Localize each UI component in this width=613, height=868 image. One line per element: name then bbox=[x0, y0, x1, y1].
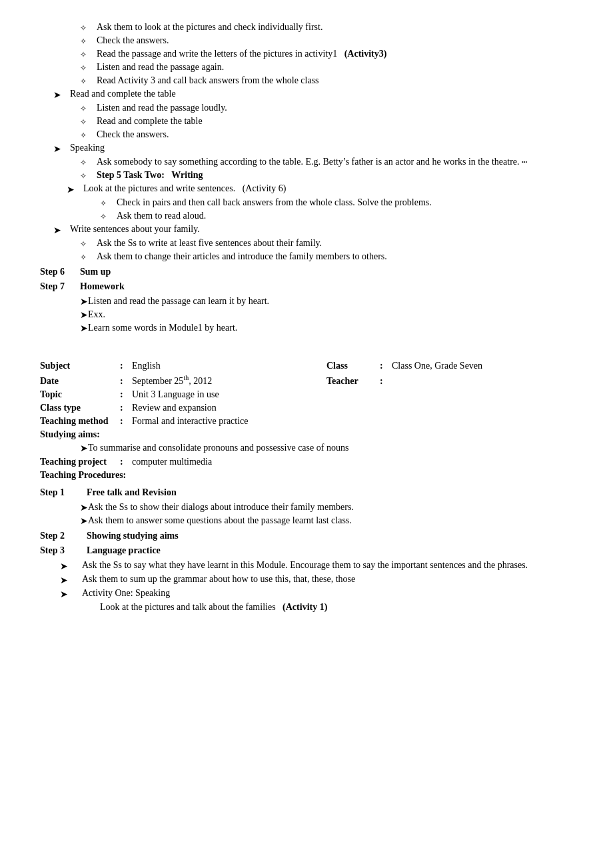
class-value: Class One, Grade Seven bbox=[386, 361, 573, 371]
teacher-label: Teacher bbox=[326, 376, 380, 387]
bullet-text: Read and complete the table bbox=[97, 116, 203, 127]
procedures-label: Teaching Procedures bbox=[40, 470, 123, 481]
diamond-icon: ✧ bbox=[100, 212, 113, 222]
diamond-icon: ✧ bbox=[100, 199, 113, 209]
step3-title: Language practice bbox=[87, 545, 161, 556]
list-item: ✧ Ask somebody to say something accordin… bbox=[40, 157, 573, 168]
list-item: ➤ Learn some words in Module1 by heart. bbox=[40, 323, 573, 334]
diamond-icon: ✧ bbox=[80, 63, 93, 73]
step3-label: Step 3 bbox=[40, 545, 80, 556]
bullet-text: Ask the Ss to write at least five senten… bbox=[97, 238, 322, 249]
step1-title: Free talk and Revision bbox=[87, 487, 177, 498]
list-item: ✧ Listen and read the passage loudly. bbox=[40, 103, 573, 114]
arrow-icon: ➤ bbox=[67, 184, 80, 195]
diamond-icon: ✧ bbox=[80, 23, 93, 33]
list-item: ✧ Check in pairs and then call back answ… bbox=[40, 197, 573, 209]
bullet-text: Read Activity 3 and call back answers fr… bbox=[97, 75, 319, 86]
step6-label: Step 6 bbox=[40, 267, 80, 277]
list-item: ➤ Read and complete the table bbox=[40, 89, 573, 101]
arrow-icon: ➤ bbox=[80, 296, 88, 307]
bullet-text: Read the passage and write the letters o… bbox=[97, 49, 386, 59]
studying-aims-label: Studying aims bbox=[40, 429, 97, 440]
list-item: ✧ Listen and read the passage again. bbox=[40, 62, 573, 73]
classtype-row: Class type : Review and expansion bbox=[40, 403, 573, 413]
arrow-icon: ➤ bbox=[53, 225, 67, 236]
classtype-label: Class type bbox=[40, 403, 120, 413]
list-item: ✧ Ask them to read aloud. bbox=[40, 211, 573, 222]
step2-line: Step 2 Showing studying aims bbox=[40, 531, 573, 541]
arrow-icon: ➤ bbox=[60, 561, 73, 572]
class-label: Class bbox=[326, 361, 380, 371]
method-row: Teaching method : Formal and interactive… bbox=[40, 416, 573, 427]
bullet-text: Exx. bbox=[88, 309, 105, 320]
list-item: ✧ Read and complete the table bbox=[40, 116, 573, 127]
project-label: Teaching project bbox=[40, 457, 120, 467]
bullet-text: Check in pairs and then call back answer… bbox=[117, 197, 432, 208]
activity-one-sub: Look at the pictures and talk about the … bbox=[40, 602, 573, 613]
arrow-icon: ➤ bbox=[80, 323, 88, 334]
step7-label: Step 7 bbox=[40, 281, 80, 292]
classtype-value: Review and expansion bbox=[127, 403, 573, 413]
arrow-icon: ➤ bbox=[80, 443, 88, 454]
project-value: computer multimedia bbox=[127, 457, 573, 467]
studying-aim-text: To summarise and consolidate pronouns an… bbox=[88, 443, 348, 453]
list-item: ➤ Ask the Ss to show their dialogs about… bbox=[40, 502, 573, 513]
list-item: ➤ Exx. bbox=[40, 309, 573, 321]
subject-value: English bbox=[127, 361, 313, 371]
diamond-icon: ✧ bbox=[80, 50, 93, 60]
arrow-icon: ➤ bbox=[80, 515, 88, 527]
bullet-text: Step 5 Task Two: Writing bbox=[97, 170, 203, 181]
bullet-text: Check the answers. bbox=[97, 35, 169, 46]
list-item: ✧ Read the passage and write the letters… bbox=[40, 49, 573, 60]
step7-line: Step 7 Homework bbox=[40, 281, 573, 292]
arrow-icon: ➤ bbox=[80, 309, 88, 321]
lesson2-header: Subject : English Class : Class One, Gra… bbox=[40, 361, 573, 481]
date-value: September 25th, 2012 bbox=[127, 374, 313, 387]
arrow-icon: ➤ bbox=[60, 575, 73, 586]
list-item: ✧ Check the answers. bbox=[40, 35, 573, 47]
arrow-icon: ➤ bbox=[53, 143, 67, 155]
diamond-icon: ✧ bbox=[80, 117, 93, 127]
date-label: Date bbox=[40, 376, 120, 387]
step7-title: Homework bbox=[80, 281, 125, 292]
list-item: ➤ Look at the pictures and write sentenc… bbox=[40, 183, 573, 195]
bullet-text: Ask them to answer some questions about … bbox=[88, 515, 352, 526]
bullet-text: Ask the Ss to say what they have learnt … bbox=[77, 560, 528, 571]
diamond-icon: ✧ bbox=[80, 37, 93, 47]
diamond-icon: ✧ bbox=[80, 253, 93, 263]
list-item: ✧ Ask the Ss to write at least five sent… bbox=[40, 238, 573, 249]
method-label: Teaching method bbox=[40, 416, 120, 427]
list-item: ➤ Activity One: Speaking bbox=[40, 588, 573, 600]
bullet-text: Learn some words in Module1 by heart. bbox=[88, 323, 237, 333]
bullet-text: Ask them to read aloud. bbox=[117, 211, 206, 221]
subject-class-row: Subject : English Class : Class One, Gra… bbox=[40, 361, 573, 371]
bullet-text: Write sentences about your family. bbox=[70, 224, 200, 235]
bullet-text: Look at the pictures and write sentences… bbox=[83, 183, 286, 194]
diamond-icon: ✧ bbox=[80, 239, 93, 249]
arrow-icon: ➤ bbox=[53, 89, 67, 101]
step2-label: Step 2 bbox=[40, 531, 80, 541]
arrow-icon: ➤ bbox=[60, 589, 73, 600]
procedures-label-row: Teaching Procedures : bbox=[40, 470, 573, 481]
bullet-text: Listen and read the passage loudly. bbox=[97, 103, 227, 113]
diamond-icon: ✧ bbox=[80, 158, 93, 168]
procedures-section: Step 1 Free talk and Revision ➤ Ask the … bbox=[40, 487, 573, 613]
bullet-text: Ask them to change their articles and in… bbox=[97, 251, 387, 262]
diamond-icon: ✧ bbox=[80, 77, 93, 87]
bullet-text: Speaking bbox=[70, 143, 105, 153]
list-item: ✧ Ask them to change their articles and … bbox=[40, 251, 573, 263]
list-item: ➤ Ask them to answer some questions abou… bbox=[40, 515, 573, 527]
diamond-icon: ✧ bbox=[80, 171, 93, 181]
arrow-icon: ➤ bbox=[80, 502, 88, 513]
list-item: ✧ Check the answers. bbox=[40, 129, 573, 141]
bullet-text: Listen and read the passage again. bbox=[97, 62, 224, 73]
top-section: ✧ Ask them to look at the pictures and c… bbox=[40, 22, 573, 334]
step1-label: Step 1 bbox=[40, 487, 80, 498]
diamond-icon: ✧ bbox=[80, 104, 93, 114]
bullet-text: Ask the Ss to show their dialogs about i… bbox=[88, 502, 354, 513]
page-content: ✧ Ask them to look at the pictures and c… bbox=[40, 22, 573, 613]
bullet-text: Check the answers. bbox=[97, 129, 169, 140]
diamond-icon: ✧ bbox=[80, 131, 93, 141]
step1-line: Step 1 Free talk and Revision bbox=[40, 487, 573, 498]
bullet-text: Ask somebody to say something according … bbox=[97, 157, 527, 167]
